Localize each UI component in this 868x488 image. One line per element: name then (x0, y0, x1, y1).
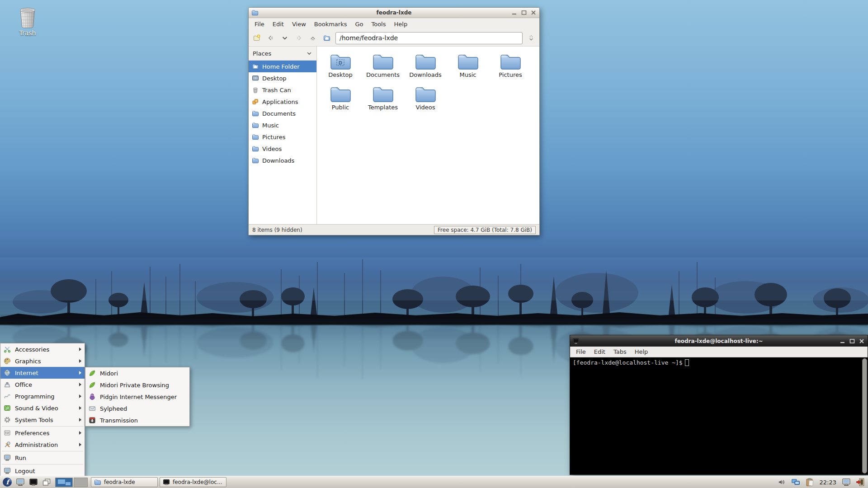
desktop-monitor-icon (16, 478, 25, 487)
launcher-terminal[interactable] (28, 477, 39, 488)
network-tray-icon[interactable] (790, 477, 802, 488)
clipboard-tray-icon[interactable] (804, 477, 816, 488)
folder-item-documents[interactable]: Documents (362, 52, 404, 85)
menu-go[interactable]: Go (351, 19, 367, 29)
submenu-item-sylpheed[interactable]: Sylpheed (85, 403, 189, 414)
submenu-arrow-icon (79, 359, 81, 363)
free-space-indicator: Free space: 4.7 GiB (Total: 7.8 GiB) (434, 226, 536, 234)
menu-item-internet[interactable]: Internet (0, 367, 85, 379)
minimize-button[interactable] (511, 10, 518, 16)
submenu-arrow-icon (79, 383, 81, 386)
folder-icon (252, 133, 259, 141)
maximize-button[interactable] (849, 338, 855, 344)
new-tab-icon (253, 34, 260, 42)
terminal-output[interactable]: [feodra-lxde@localhost-live ~]$ (570, 357, 868, 474)
sidebar-item-trash-can[interactable]: Trash Can (249, 84, 316, 96)
volume-tray-icon[interactable] (776, 477, 788, 488)
menu-file[interactable]: File (572, 347, 590, 356)
folder-item-music[interactable]: Music (447, 52, 489, 85)
submenu-arrow-icon (79, 347, 81, 351)
jump-to-button[interactable] (526, 32, 537, 44)
folder-icon (500, 52, 521, 70)
menu-item-run[interactable]: Run (0, 452, 85, 464)
sidebar-item-home-folder[interactable]: Home Folder (249, 61, 316, 72)
palette-icon (4, 357, 11, 365)
sidebar-item-pictures[interactable]: Pictures (249, 131, 316, 143)
submenu-item-transmission[interactable]: Transmission (85, 414, 189, 426)
task-button-terminal[interactable]: feodra-lxde@loc... (160, 477, 226, 487)
launcher-file-manager[interactable] (14, 477, 26, 488)
desktop-trash-shortcut[interactable]: Trash (12, 5, 43, 37)
up-icon (309, 34, 316, 42)
volume-icon (778, 479, 785, 486)
sidebar-item-music[interactable]: Music (249, 119, 316, 131)
iconify-all-windows-button[interactable] (41, 477, 52, 488)
workspace-1[interactable] (55, 478, 73, 487)
submenu-item-midori[interactable]: Midori (85, 367, 189, 379)
minimize-button[interactable] (839, 338, 846, 344)
menu-view[interactable]: View (288, 19, 310, 29)
terminal-titlebar[interactable]: feodra-lxde@localhost-live:~ (570, 335, 868, 347)
menu-item-sound-video[interactable]: Sound & Video (0, 402, 85, 414)
folder-item-downloads[interactable]: Downloads (404, 52, 447, 85)
menu-help[interactable]: Help (390, 19, 412, 29)
start-menu-button[interactable] (1, 477, 13, 488)
leaf-icon (89, 370, 96, 377)
terminal-scrollbar[interactable] (862, 358, 867, 474)
folder-icon (252, 122, 259, 129)
sidebar-item-desktop[interactable]: Desktop (249, 72, 316, 84)
close-button[interactable] (858, 338, 865, 344)
menu-edit[interactable]: Edit (269, 19, 288, 29)
forward-button[interactable] (293, 32, 304, 44)
globe-icon (4, 369, 11, 376)
pidgin-icon (89, 393, 96, 400)
menu-item-accessories[interactable]: Accessories (0, 343, 85, 355)
folder-item-videos[interactable]: Videos (404, 85, 447, 117)
menu-item-preferences[interactable]: Preferences (0, 427, 85, 439)
sidebar-item-downloads[interactable]: Downloads (249, 155, 316, 166)
menu-tabs[interactable]: Tabs (609, 347, 631, 356)
menu-item-administration[interactable]: Administration (0, 439, 85, 450)
folder-item-pictures[interactable]: Pictures (489, 52, 532, 85)
sidebar-item-documents[interactable]: Documents (249, 108, 316, 119)
sidebar-item-videos[interactable]: Videos (249, 143, 316, 155)
file-manager-titlebar[interactable]: feodra-lxde (249, 8, 539, 18)
history-dropdown-button[interactable] (279, 32, 290, 44)
back-button[interactable] (265, 32, 276, 44)
menu-item-graphics[interactable]: Graphics (0, 355, 85, 367)
workspace-2[interactable] (74, 478, 88, 487)
desktop: Trash feodra-lxde File Edit View Bookmar… (0, 0, 868, 488)
close-button[interactable] (530, 10, 537, 16)
submenu-item-midori-private[interactable]: Midori Private Browsing (85, 379, 189, 391)
folder-item-templates[interactable]: Templates (362, 85, 404, 117)
menu-item-programming[interactable]: Programming (0, 390, 85, 402)
menu-tools[interactable]: Tools (367, 19, 390, 29)
menu-file[interactable]: File (250, 19, 269, 29)
sidebar-item-applications[interactable]: Applications (249, 96, 316, 108)
places-header[interactable]: Places (249, 47, 316, 61)
menu-item-logout[interactable]: Logout (0, 465, 85, 477)
new-tab-button[interactable] (251, 32, 262, 44)
task-button-file-manager[interactable]: feodra-lxde (91, 477, 158, 487)
menu-bookmarks[interactable]: Bookmarks (310, 19, 351, 29)
file-manager-statusbar: 8 items (9 hidden) Free space: 4.7 GiB (… (249, 224, 539, 235)
logout-button[interactable] (854, 477, 866, 488)
folder-item-desktop[interactable]: D Desktop (319, 52, 362, 85)
menu-item-office[interactable]: Office (0, 379, 85, 390)
folder-icon (457, 52, 479, 70)
folder-item-public[interactable]: Public (319, 85, 362, 117)
maximize-button[interactable] (520, 10, 527, 16)
menu-help[interactable]: Help (631, 347, 652, 356)
folder-icon (372, 85, 394, 103)
home-folder-icon (323, 34, 330, 42)
terminal-icon (572, 338, 580, 345)
address-bar[interactable] (335, 32, 523, 44)
folder-view: D Desktop Documents Downloads Music (317, 47, 539, 224)
menu-item-system-tools[interactable]: System Tools (0, 414, 85, 426)
up-button[interactable] (307, 32, 318, 44)
home-button[interactable] (321, 32, 332, 44)
forward-icon (295, 34, 302, 42)
menu-edit[interactable]: Edit (590, 347, 609, 356)
screensaver-button[interactable] (840, 477, 852, 488)
submenu-item-pidgin[interactable]: Pidgin Internet Messenger (85, 391, 189, 403)
